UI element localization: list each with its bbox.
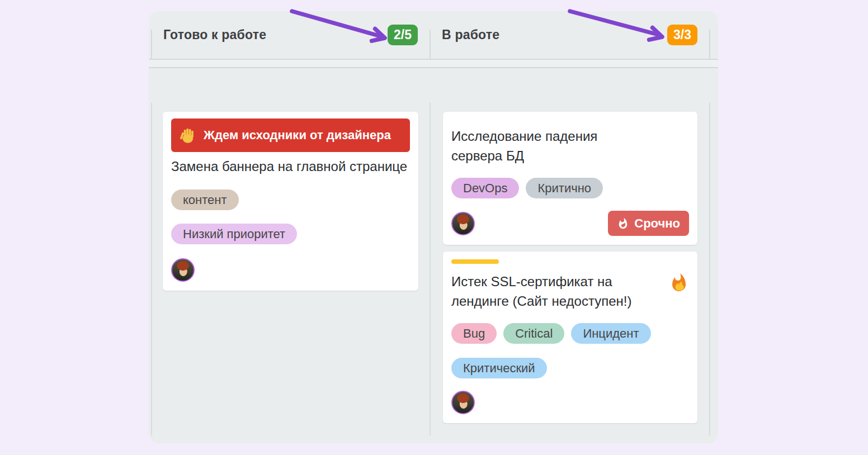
card-footer: Срочно	[451, 211, 689, 236]
urgent-badge: Срочно	[608, 211, 689, 236]
card-accent-bar	[451, 259, 499, 264]
assignee-avatar[interactable]	[451, 212, 475, 235]
column-header-ready[interactable]: Готово к работе 2/5	[151, 11, 430, 59]
tag-critical-en[interactable]: Critical	[503, 323, 564, 344]
tag-bug[interactable]: Bug	[451, 323, 497, 344]
kanban-board: Готово к работе 2/5 В работе 3/3	[149, 11, 718, 443]
flame-icon	[617, 217, 629, 230]
column-ready-cards: Ждем исходники от дизайнера Замена банне…	[163, 112, 418, 291]
column-header-inprogress[interactable]: В работе 3/3	[430, 11, 709, 59]
assignee-avatar[interactable]	[171, 258, 195, 282]
tag-critical-level[interactable]: Критический	[451, 358, 547, 378]
tag-critical-ru[interactable]: Критично	[526, 178, 603, 198]
card-title-row: Истек SSL-сертификат на лендинге (Сайт н…	[451, 269, 689, 311]
card-tags: контент Низкий приоритет	[171, 189, 410, 244]
assignee-avatar[interactable]	[451, 391, 475, 414]
tag-devops[interactable]: DevOps	[451, 178, 519, 198]
column-title: Готово к работе	[163, 27, 266, 42]
tag-incident[interactable]: Инцидент	[571, 323, 650, 344]
column-title: В работе	[442, 27, 499, 42]
tag-content[interactable]: контент	[171, 189, 239, 210]
card-title: Замена баннера на главной странице	[171, 157, 410, 176]
board-cards-area: Ждем исходники от дизайнера Замена банне…	[149, 103, 718, 443]
column-count-badge: 2/5	[388, 25, 418, 45]
header-gap-strip	[149, 60, 718, 67]
column-divider	[430, 103, 431, 435]
urgent-label: Срочно	[634, 216, 680, 231]
task-card-db-crash[interactable]: Исследование падения сервера БД DevOps К…	[443, 112, 697, 245]
column-count-badge: 3/3	[667, 25, 697, 45]
board-header-row: Готово к работе 2/5 В работе 3/3	[149, 11, 718, 60]
task-card-banner-replace[interactable]: Ждем исходники от дизайнера Замена банне…	[163, 112, 418, 291]
swimlane-band	[149, 67, 718, 104]
column-divider	[709, 30, 710, 59]
column-divider	[151, 103, 152, 435]
tag-low-priority[interactable]: Низкий приоритет	[171, 224, 297, 244]
card-tags: Bug Critical Инцидент Критический	[451, 323, 689, 378]
card-tags: DevOps Критично	[451, 178, 689, 198]
column-inprogress-cards: Исследование падения сервера БД DevOps К…	[443, 112, 697, 423]
raised-hand-icon	[179, 127, 196, 144]
blocker-banner: Ждем исходники от дизайнера	[171, 119, 410, 152]
fire-emoji-icon	[669, 273, 689, 293]
card-title: Исследование падения сервера БД	[451, 126, 636, 165]
blocker-banner-text: Ждем исходники от дизайнера	[196, 128, 399, 143]
column-divider	[709, 103, 710, 435]
task-card-ssl-expired[interactable]: Истек SSL-сертификат на лендинге (Сайт н…	[443, 252, 697, 423]
card-title: Истек SSL-сертификат на лендинге (Сайт н…	[451, 272, 653, 311]
